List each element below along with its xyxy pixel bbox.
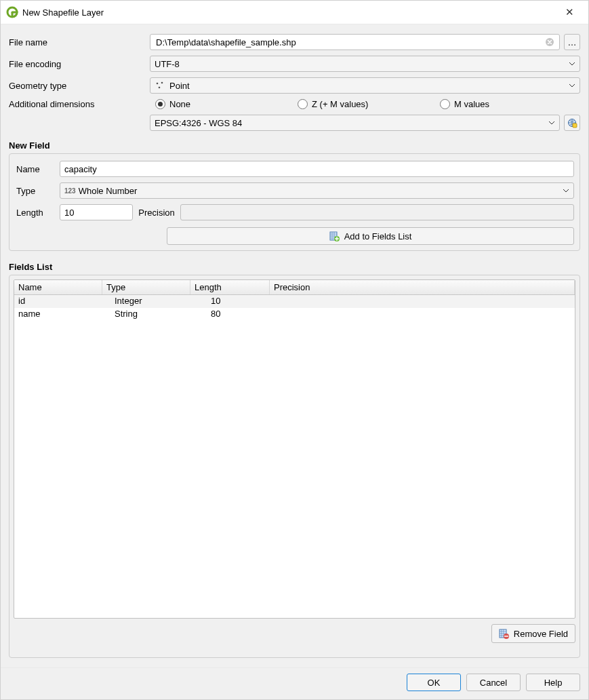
- radio-z[interactable]: Z (+ M values): [298, 99, 440, 109]
- label-field-type: Type: [16, 186, 60, 196]
- label-file-name: File name: [9, 37, 150, 47]
- file-name-input[interactable]: [155, 35, 542, 50]
- radio-dot-icon: [298, 99, 308, 109]
- svg-rect-7: [573, 123, 577, 128]
- fields-table[interactable]: Name Type Length Precision idInteger10na…: [14, 279, 575, 619]
- groupbox-new-field: Name Type 123 Whole Number: [9, 153, 580, 251]
- remove-field-icon: [499, 628, 510, 639]
- field-precision-input: [180, 204, 574, 220]
- cell-precision: [294, 295, 575, 308]
- add-field-icon: [329, 231, 340, 241]
- table-row[interactable]: idInteger10: [14, 295, 575, 308]
- svg-point-5: [159, 87, 161, 89]
- table-row[interactable]: nameString80: [14, 308, 575, 321]
- crs-globe-icon: [567, 117, 577, 128]
- help-button[interactable]: Help: [526, 674, 580, 691]
- fields-table-header: Name Type Length Precision: [14, 280, 575, 295]
- add-to-fields-list-button[interactable]: Add to Fields List: [167, 227, 574, 245]
- remove-field-label: Remove Field: [514, 629, 568, 639]
- field-length-input[interactable]: [60, 204, 133, 220]
- svg-point-4: [161, 82, 163, 84]
- file-name-input-wrap: [150, 34, 560, 50]
- section-fields-list: Fields List: [9, 262, 580, 272]
- field-type-text: Whole Number: [79, 186, 138, 196]
- dialog-window: New Shapefile Layer ✕ File name: [0, 0, 589, 700]
- label-field-name: Name: [16, 164, 60, 174]
- radio-m-label: M values: [454, 99, 489, 109]
- dialog-footer: OK Cancel Help: [1, 667, 588, 699]
- chevron-down-icon: [548, 119, 555, 126]
- cell-name: id: [14, 295, 110, 308]
- add-to-fields-list-label: Add to Fields List: [344, 231, 412, 241]
- cell-length: 10: [207, 295, 294, 308]
- groupbox-fields-list: Name Type Length Precision idInteger10na…: [9, 275, 580, 658]
- titlebar: New Shapefile Layer ✕: [1, 1, 588, 24]
- chevron-down-icon: [569, 60, 575, 67]
- cell-type: String: [110, 308, 207, 321]
- cell-type: Integer: [110, 295, 207, 308]
- browse-button[interactable]: …: [564, 34, 580, 50]
- section-new-field: New Field: [9, 140, 580, 151]
- cancel-label: Cancel: [480, 678, 507, 688]
- radio-m[interactable]: M values: [440, 99, 489, 109]
- cell-name: name: [14, 308, 110, 321]
- cancel-button[interactable]: Cancel: [466, 674, 521, 691]
- help-label: Help: [544, 678, 563, 688]
- crs-select-button[interactable]: [564, 115, 580, 131]
- fields-table-body: idInteger10nameString80: [14, 295, 575, 321]
- radio-z-label: Z (+ M values): [312, 99, 368, 109]
- th-length[interactable]: Length: [190, 280, 270, 294]
- ok-button[interactable]: OK: [407, 674, 461, 691]
- th-type[interactable]: Type: [102, 280, 190, 294]
- radio-dot-icon: [155, 99, 165, 109]
- dialog-title: New Shapefile Layer: [22, 7, 556, 18]
- point-icon: [155, 80, 165, 91]
- field-type-value: 123 Whole Number: [64, 186, 558, 196]
- crs-combo[interactable]: EPSG:4326 - WGS 84: [150, 115, 560, 131]
- label-geometry-type: Geometry type: [9, 81, 150, 91]
- label-field-precision: Precision: [133, 208, 180, 218]
- field-type-prefix: 123: [64, 187, 76, 195]
- radio-none[interactable]: None: [155, 99, 298, 109]
- chevron-down-icon: [569, 82, 575, 89]
- file-encoding-combo[interactable]: UTF-8: [150, 56, 580, 72]
- crs-value: EPSG:4326 - WGS 84: [155, 118, 544, 128]
- field-type-combo[interactable]: 123 Whole Number: [60, 182, 574, 199]
- close-icon[interactable]: ✕: [556, 6, 583, 18]
- geometry-type-value: Point: [155, 80, 565, 91]
- dialog-body: File name … File encoding: [1, 24, 588, 667]
- geometry-type-text: Point: [169, 81, 190, 91]
- svg-point-3: [157, 83, 159, 85]
- cell-length: 80: [207, 308, 294, 321]
- radio-dot-icon: [440, 99, 450, 109]
- app-icon: [6, 6, 18, 18]
- label-additional-dimensions: Additional dimensions: [9, 99, 150, 109]
- clear-file-name-icon[interactable]: [542, 37, 558, 47]
- remove-field-button[interactable]: Remove Field: [491, 624, 575, 643]
- ok-label: OK: [428, 678, 441, 688]
- cell-precision: [294, 308, 575, 321]
- additional-dimensions-radio-group: None Z (+ M values) M values: [150, 99, 580, 109]
- chevron-down-icon: [563, 187, 569, 194]
- th-name[interactable]: Name: [14, 280, 102, 294]
- label-file-encoding: File encoding: [9, 59, 150, 69]
- file-encoding-value: UTF-8: [155, 59, 565, 69]
- field-name-input[interactable]: [60, 161, 574, 177]
- geometry-type-combo[interactable]: Point: [150, 77, 580, 94]
- label-field-length: Length: [16, 208, 60, 218]
- browse-button-label: …: [568, 37, 577, 47]
- radio-none-label: None: [169, 99, 190, 109]
- th-precision[interactable]: Precision: [270, 280, 575, 294]
